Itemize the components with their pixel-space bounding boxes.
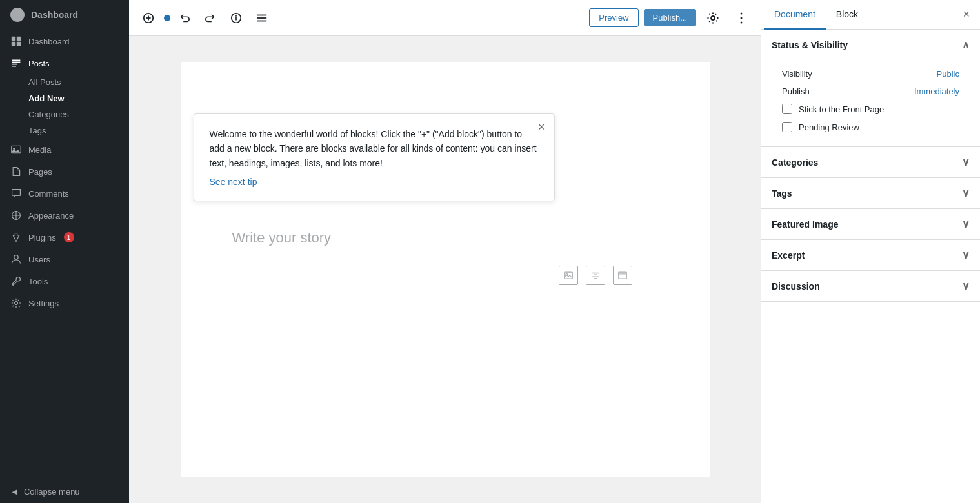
more-options-button[interactable] [730, 6, 753, 30]
visibility-value[interactable]: Public [937, 69, 959, 79]
wordpress-logo-icon [10, 8, 25, 22]
section-featured-image-header[interactable]: Featured Image ∨ [761, 209, 980, 239]
main-area: Preview Publish... × Welcome to the wond… [129, 0, 761, 503]
sidebar-item-appearance[interactable]: Appearance [0, 204, 129, 226]
tab-document-label: Document [774, 9, 815, 19]
section-status-visibility: Status & Visibility ∧ Visibility Public … [761, 30, 980, 147]
section-discussion-header[interactable]: Discussion ∨ [761, 271, 980, 301]
info-button[interactable] [225, 6, 248, 30]
pages-icon [10, 166, 22, 177]
sidebar-item-tools-label: Tools [28, 277, 48, 286]
sidebar-item-pages-label: Pages [28, 167, 52, 177]
publish-button[interactable]: Publish... [644, 9, 696, 26]
svg-rect-2 [17, 37, 21, 41]
sidebar-divider [0, 317, 129, 317]
sidebar-item-posts-label: Posts [28, 59, 50, 68]
section-status-visibility-header[interactable]: Status & Visibility ∧ [761, 30, 980, 60]
svg-rect-25 [618, 272, 626, 279]
sidebar-item-categories-label: Categories [28, 110, 69, 119]
editor-content[interactable]: Write your story [232, 230, 658, 246]
posts-icon [10, 57, 22, 69]
svg-rect-1 [12, 37, 15, 41]
sidebar-item-tools[interactable]: Tools [0, 270, 129, 292]
insert-text-button[interactable] [586, 266, 605, 285]
section-categories-label: Categories [772, 157, 818, 168]
editor-area[interactable]: × Welcome to the wonderful world of bloc… [129, 36, 761, 503]
stick-front-checkbox[interactable] [782, 104, 792, 114]
sidebar-item-posts[interactable]: Posts [0, 52, 129, 74]
sidebar-item-tags-label: Tags [28, 126, 46, 135]
publish-label: Publish [782, 86, 810, 96]
plugins-icon [10, 232, 22, 243]
sidebar-item-appearance-label: Appearance [28, 211, 74, 221]
add-block-button[interactable] [137, 6, 160, 30]
section-featured-image-label: Featured Image [772, 219, 838, 230]
editor-canvas[interactable]: × Welcome to the wonderful world of bloc… [181, 62, 710, 477]
redo-button[interactable] [199, 6, 222, 30]
svg-point-21 [741, 17, 743, 19]
tab-document[interactable]: Document [764, 0, 826, 30]
section-categories-chevron: ∨ [962, 156, 970, 168]
section-tags-header[interactable]: Tags ∨ [761, 178, 980, 208]
block-indicator [164, 15, 170, 21]
collapse-menu-button[interactable]: ◄ Collapse menu [0, 480, 129, 503]
publish-value[interactable]: Immediately [914, 86, 959, 96]
dashboard-icon [10, 35, 22, 47]
pending-review-row: Pending Review [772, 118, 970, 136]
undo-button[interactable] [173, 6, 196, 30]
sidebar-item-add-new-label: Add New [28, 94, 65, 103]
svg-point-9 [15, 302, 18, 305]
svg-rect-17 [257, 17, 266, 19]
media-icon [10, 144, 22, 155]
section-discussion-label: Discussion [772, 281, 820, 291]
pending-review-checkbox[interactable] [782, 122, 792, 132]
svg-point-22 [741, 21, 743, 23]
sidebar-item-tags[interactable]: Tags [0, 123, 129, 139]
panel-close-button[interactable]: × [955, 3, 977, 26]
section-categories-header[interactable]: Categories ∨ [761, 147, 980, 177]
stick-front-label: Stick to the Front Page [799, 104, 884, 114]
visibility-label: Visibility [782, 69, 812, 79]
preview-button[interactable]: Preview [589, 8, 638, 27]
sidebar-item-users[interactable]: Users [0, 248, 129, 270]
sidebar-item-all-posts[interactable]: All Posts [0, 74, 129, 90]
tooltip-close-button[interactable]: × [538, 121, 545, 134]
section-tags: Tags ∨ [761, 178, 980, 209]
sidebar-item-add-new[interactable]: Add New [0, 90, 129, 106]
svg-point-19 [711, 16, 715, 20]
pending-review-label: Pending Review [799, 123, 859, 132]
write-story-placeholder: Write your story [232, 230, 332, 246]
section-discussion: Discussion ∨ [761, 271, 980, 302]
sidebar-item-pages[interactable]: Pages [0, 161, 129, 182]
dashboard-label: Dashboard [31, 10, 78, 20]
see-next-tip-link[interactable]: See next tip [210, 177, 257, 187]
section-tags-label: Tags [772, 188, 792, 199]
svg-point-20 [741, 12, 743, 14]
sidebar-item-settings[interactable]: Settings [0, 292, 129, 314]
users-icon [10, 253, 22, 265]
settings-toggle-button[interactable] [701, 6, 725, 30]
sidebar-item-users-label: Users [28, 255, 50, 264]
insert-image-button[interactable] [559, 266, 578, 285]
svg-point-15 [236, 15, 237, 15]
insert-media-button[interactable] [613, 266, 632, 285]
collapse-menu-label: Collapse menu [24, 487, 80, 497]
editor-quick-actions [559, 266, 632, 285]
list-view-button[interactable] [250, 6, 274, 30]
svg-rect-4 [17, 42, 21, 46]
sidebar-item-comments[interactable]: Comments [0, 182, 129, 204]
visibility-row: Visibility Public [772, 65, 970, 83]
tab-block[interactable]: Block [826, 0, 868, 30]
sidebar-logo[interactable]: Dashboard [0, 0, 129, 30]
sidebar-item-media[interactable]: Media [0, 139, 129, 161]
section-excerpt-label: Excerpt [772, 250, 805, 261]
sidebar-item-categories[interactable]: Categories [0, 106, 129, 123]
sidebar-item-dashboard[interactable]: Dashboard [0, 30, 129, 52]
tools-icon [10, 275, 22, 287]
section-categories: Categories ∨ [761, 147, 980, 178]
section-excerpt-header[interactable]: Excerpt ∨ [761, 240, 980, 270]
section-tags-chevron: ∨ [962, 187, 970, 199]
svg-point-8 [14, 255, 18, 259]
sidebar-item-comments-label: Comments [28, 189, 69, 199]
sidebar-item-plugins[interactable]: Plugins 1 [0, 226, 129, 248]
